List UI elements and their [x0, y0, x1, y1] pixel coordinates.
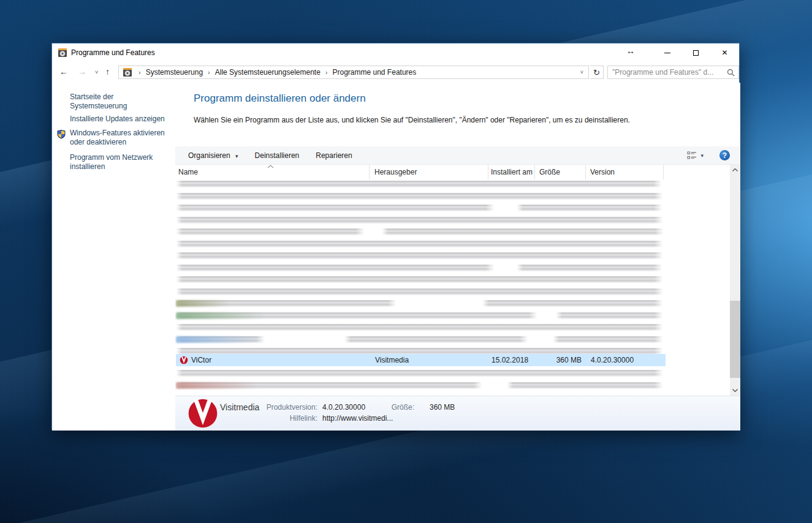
- command-toolbar: Organisieren ▾ Deinstallieren Reparieren…: [175, 146, 740, 165]
- redacted-text-streak: [176, 276, 663, 283]
- back-button[interactable]: ←: [59, 67, 68, 77]
- column-separator[interactable]: [663, 165, 664, 179]
- scroll-up-icon[interactable]: [730, 165, 740, 175]
- help-button[interactable]: ?: [719, 150, 730, 160]
- column-header-name[interactable]: Name: [178, 168, 198, 176]
- window-controls: ✕: [653, 43, 739, 62]
- breadcrumb-separator-icon: ›: [135, 69, 145, 76]
- redacted-text-streak: [176, 241, 663, 247]
- redacted-text-streak: [176, 205, 495, 211]
- selected-program-row[interactable]: ViCtor Visitmedia 15.02.2018 360 MB 4.0.…: [176, 354, 666, 366]
- status-help-link-label: Hilfelink:: [224, 414, 317, 423]
- program-size-cell: 360 MB: [535, 356, 582, 364]
- redacted-program-row[interactable]: [176, 193, 666, 200]
- main-pane: Programm deinstallieren oder ändern Wähl…: [175, 83, 740, 431]
- redacted-text-streak: [482, 300, 663, 307]
- organize-label: Organisieren: [188, 151, 230, 160]
- redacted-text-streak: [176, 252, 663, 259]
- column-separator[interactable]: [585, 165, 586, 179]
- search-icon: [727, 69, 735, 77]
- close-button[interactable]: ✕: [710, 43, 739, 62]
- column-separator[interactable]: [534, 165, 535, 179]
- redacted-program-row[interactable]: [176, 181, 666, 188]
- column-separator[interactable]: [369, 165, 370, 179]
- scrollbar-thumb[interactable]: [730, 301, 740, 378]
- vertical-scrollbar[interactable]: [730, 165, 740, 396]
- titlebar[interactable]: Programme und Features ↔ ✕: [52, 43, 739, 62]
- sort-ascending-icon: [267, 165, 274, 168]
- redacted-program-row[interactable]: [176, 241, 666, 248]
- address-dropdown-icon[interactable]: ˅: [580, 69, 588, 75]
- status-product-version-value: 4.0.20.30000: [322, 403, 365, 412]
- redacted-program-row[interactable]: [176, 217, 666, 224]
- sidebar-item-startseite[interactable]: Startseite der Systemsteuerung: [70, 92, 172, 111]
- search-input[interactable]: [608, 68, 727, 77]
- minimize-icon: [664, 53, 670, 53]
- details-view-icon[interactable]: [687, 151, 697, 159]
- uninstall-button[interactable]: Deinstallieren: [251, 151, 303, 160]
- program-installed-on-cell: 15.02.2018: [491, 356, 528, 364]
- maximize-icon: [693, 50, 699, 56]
- breadcrumb-item-alle-elemente[interactable]: Alle Systemsteuerungselemente: [214, 68, 322, 77]
- redacted-text-streak: [176, 228, 365, 235]
- redacted-program-row[interactable]: [176, 276, 666, 284]
- address-bar[interactable]: › Systemsteuerung › Alle Systemsteuerung…: [118, 66, 589, 79]
- sidebar-item-windows-features[interactable]: Windows-Features aktivieren oder deaktiv…: [70, 129, 172, 147]
- redacted-program-row[interactable]: [176, 312, 666, 320]
- horizontal-resize-cursor-icon: ↔: [623, 46, 638, 56]
- history-dropdown-icon[interactable]: ˅: [95, 69, 98, 75]
- search-box[interactable]: [607, 66, 739, 79]
- redacted-text-streak: [344, 336, 528, 343]
- status-size-label: Größe:: [370, 403, 414, 412]
- tasks-sidebar: Startseite der Systemsteuerung Installie…: [52, 83, 175, 431]
- visitmedia-logo: [188, 398, 218, 429]
- scroll-down-icon[interactable]: [730, 385, 740, 396]
- breadcrumb-item-programme-und-features[interactable]: Programme und Features: [332, 68, 418, 77]
- redacted-program-row[interactable]: [176, 370, 666, 377]
- column-header-groesse[interactable]: Größe: [539, 168, 560, 176]
- status-help-link-value[interactable]: http://www.visitmedi...: [322, 414, 393, 423]
- redacted-program-row[interactable]: [176, 252, 666, 260]
- column-header-version[interactable]: Version: [590, 168, 615, 176]
- redacted-program-row[interactable]: [176, 336, 666, 344]
- forward-button[interactable]: →: [78, 67, 86, 77]
- up-button[interactable]: ↑: [105, 67, 110, 77]
- redacted-text-streak: [176, 288, 663, 295]
- uac-shield-icon: [56, 129, 66, 139]
- program-publisher-cell: Visitmedia: [375, 356, 409, 364]
- sidebar-item-programm-vom-netzwerk[interactable]: Programm vom Netzwerk installieren: [70, 153, 172, 171]
- redacted-text-streak: [507, 382, 663, 389]
- redacted-program-row[interactable]: [176, 205, 666, 212]
- redacted-program-row[interactable]: [176, 228, 666, 236]
- program-list: ViCtor Visitmedia 15.02.2018 360 MB 4.0.…: [175, 179, 730, 396]
- column-separator[interactable]: [488, 165, 488, 179]
- toolbar-right-group: ▾ ?: [687, 150, 740, 160]
- refresh-button[interactable]: ↻: [590, 66, 604, 79]
- redacted-program-icon-tint: [176, 312, 265, 319]
- column-header-installiert-am[interactable]: Installiert am: [491, 168, 533, 176]
- redacted-program-row[interactable]: [176, 288, 666, 296]
- redacted-program-row[interactable]: [176, 324, 666, 331]
- maximize-button[interactable]: [681, 43, 710, 62]
- programs-and-features-window: Programme und Features ↔ ✕ ← → ˅ ↑ ›: [51, 43, 740, 430]
- breadcrumb-item-systemsteuerung[interactable]: Systemsteuerung: [145, 68, 204, 77]
- repair-button[interactable]: Reparieren: [312, 151, 355, 160]
- organize-button[interactable]: Organisieren ▾: [184, 151, 242, 160]
- navigation-bar: ← → ˅ ↑ › Systemsteuerung › Alle Systems…: [52, 62, 739, 83]
- column-header-herausgeber[interactable]: Herausgeber: [374, 168, 417, 176]
- redacted-program-icon-tint: [176, 336, 265, 343]
- status-product-version-label: Produktversion:: [224, 403, 317, 412]
- redacted-text-streak: [517, 265, 662, 271]
- redacted-text-streak: [176, 265, 495, 271]
- sidebar-item-installierte-updates[interactable]: Installierte Updates anzeigen: [70, 115, 172, 124]
- minimize-button[interactable]: [653, 43, 681, 62]
- view-dropdown-icon[interactable]: ▾: [700, 152, 704, 159]
- redacted-program-row[interactable]: [176, 265, 666, 272]
- details-status-bar: Visitmedia Produktversion: 4.0.20.30000 …: [175, 396, 740, 431]
- redacted-text-streak: [553, 336, 663, 343]
- redacted-program-row[interactable]: [176, 300, 666, 307]
- redacted-program-row[interactable]: [176, 382, 666, 389]
- status-size-value: 360 MB: [430, 403, 455, 412]
- page-title: Programm deinstallieren oder ändern: [194, 92, 366, 105]
- redacted-program-icon-tint: [176, 300, 231, 307]
